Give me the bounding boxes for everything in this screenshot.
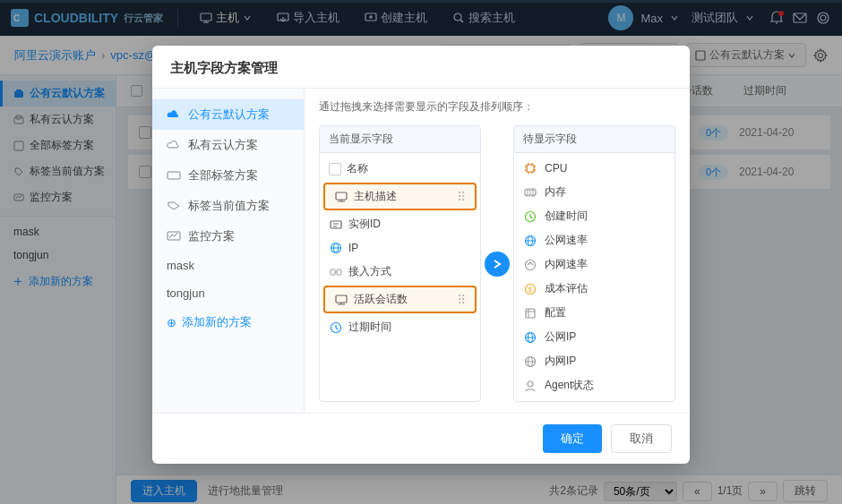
plus-icon: ⊕: [167, 316, 176, 329]
pending-pubspeed[interactable]: 公网速率: [514, 228, 674, 252]
field-item-desc[interactable]: 主机描述 ⠿: [323, 183, 477, 210]
modal-scheme-4[interactable]: 监控方案: [152, 221, 304, 252]
main-layout: 公有云默认方案 私有云认方案 全部标签方案 标签当前值方案 监控方案 mask: [0, 75, 842, 504]
modal-header: 主机字段方案管理: [152, 46, 690, 89]
pending-createtime[interactable]: 创建时间: [514, 204, 674, 228]
field-label-expire: 过期时间: [348, 320, 391, 335]
svg-rect-37: [337, 269, 341, 275]
pending-cpu[interactable]: CPU: [514, 157, 674, 180]
modal-scheme-2[interactable]: 全部标签方案: [152, 160, 304, 191]
field-item-instanceid[interactable]: 实例ID: [320, 212, 480, 236]
modal-scheme-label-4: 监控方案: [188, 228, 235, 244]
svg-rect-71: [526, 309, 535, 318]
pending-fields-panel: 待显示字段 CPU: [513, 125, 675, 402]
modal-body: 公有云默认方案 私有云认方案 全部标签方案 标签当前值方案: [152, 89, 690, 413]
pending-privspeed[interactable]: 内网速率: [514, 252, 674, 277]
confirm-button[interactable]: 确定: [543, 424, 602, 453]
clock-icon-expire: [329, 320, 343, 335]
field-item-expire[interactable]: 过期时间: [320, 315, 480, 339]
field-label-name: 名称: [347, 161, 368, 176]
globe-icon-pubspeed: [523, 234, 537, 248]
modal-scheme-6[interactable]: tongjun: [152, 279, 304, 307]
network-icon-privspeed: [523, 258, 537, 272]
field-item-name[interactable]: 名称: [320, 157, 480, 181]
modal-desc: 通过拖拽来选择需要显示的字段及排列顺序：: [319, 99, 675, 115]
pending-privip[interactable]: 内网IP: [514, 349, 674, 373]
svg-rect-39: [336, 295, 347, 303]
field-item-access[interactable]: 接入方式: [320, 260, 480, 284]
pending-label-cpu: CPU: [545, 162, 567, 175]
cancel-button[interactable]: 取消: [611, 424, 672, 453]
cost-icon: $: [523, 282, 537, 296]
tag-icon-id: [329, 218, 343, 232]
modal-scheme-label-0: 公有云默认方案: [188, 107, 270, 123]
pending-pubip[interactable]: 公网IP: [514, 325, 674, 349]
field-label-ip: IP: [348, 242, 358, 254]
modal-title: 主机字段方案管理: [170, 60, 278, 75]
modal-scheme-label-2: 全部标签方案: [188, 167, 258, 184]
modal-add-scheme-button[interactable]: ⊕ 添加新的方案: [152, 307, 304, 337]
field-label-desc: 主机描述: [354, 189, 397, 204]
pending-label-pubip: 公网IP: [545, 329, 576, 345]
svg-rect-27: [336, 192, 347, 200]
pending-memory[interactable]: 内存: [514, 180, 674, 204]
drag-icon-sessions: ⠿: [457, 293, 466, 307]
modal-scheme-5[interactable]: mask: [152, 252, 304, 279]
pending-agentstatus[interactable]: Agent状态: [514, 373, 674, 397]
arrow-transfer-btn[interactable]: [485, 252, 510, 277]
arrow-right-icon: [492, 259, 503, 269]
current-fields-panel: 当前显示字段 名称: [319, 125, 481, 402]
cpu-icon: [523, 161, 537, 175]
cloud-scheme-icon-0: [167, 109, 181, 120]
field-checkbox: [329, 163, 341, 175]
pending-label-privspeed: 内网速率: [545, 257, 588, 272]
modal-right-panel: 通过拖拽来选择需要显示的字段及排列顺序： 当前显示字段: [305, 89, 690, 413]
globe-icon-pubip: [523, 330, 537, 345]
monitor-scheme-icon-4: [167, 231, 181, 242]
pending-label-memory: 内存: [545, 184, 566, 200]
modal-scheme-label-1: 私有云认方案: [188, 137, 258, 153]
field-label-instanceid: 实例ID: [348, 217, 381, 232]
modal-left-panel: 公有云默认方案 私有云认方案 全部标签方案 标签当前值方案: [152, 89, 305, 413]
pending-label-config: 配置: [545, 305, 566, 320]
svg-point-68: [526, 260, 536, 269]
pending-label-pubspeed: 公网速率: [545, 233, 588, 248]
pending-label-createtime: 创建时间: [545, 209, 588, 224]
field-item-sessions[interactable]: 活跃会话数 ⠿: [323, 286, 477, 313]
pending-label-agentstatus: Agent状态: [545, 378, 594, 393]
memory-icon: [523, 185, 537, 200]
svg-text:$: $: [528, 286, 533, 294]
arrow-circle[interactable]: [485, 252, 510, 277]
svg-rect-30: [331, 221, 341, 228]
pending-fields-header: 待显示字段: [514, 126, 674, 153]
field-label-sessions: 活跃会话数: [354, 292, 408, 307]
svg-rect-43: [527, 165, 534, 172]
monitor-icon-sessions: [334, 293, 348, 307]
modal-scheme-3[interactable]: 标签当前值方案: [152, 191, 304, 221]
modal-scheme-label-6: tongjun: [167, 286, 205, 300]
svg-point-80: [528, 381, 533, 387]
pending-label-privip: 内网IP: [545, 354, 576, 369]
modal-scheme-0[interactable]: 公有云默认方案: [152, 99, 304, 130]
cloud-scheme-icon-1: [167, 140, 181, 150]
pending-config[interactable]: 配置: [514, 301, 674, 325]
pending-fields-list: CPU 内存: [514, 153, 674, 401]
columns-layout: 当前显示字段 名称: [319, 125, 675, 402]
pending-cost[interactable]: $ 成本评估: [514, 277, 674, 301]
clock-icon-create: [523, 209, 537, 224]
field-item-ip[interactable]: IP: [320, 236, 480, 260]
modal-scheme-label-5: mask: [167, 259, 194, 272]
current-fields-list: 名称 主机描述 ⠿: [320, 153, 480, 401]
add-scheme-text: 添加新的方案: [182, 314, 252, 330]
tag-scheme-icon-3: [167, 201, 181, 211]
connect-icon: [329, 265, 343, 279]
network-icon-privip: [523, 355, 537, 369]
config-icon: [523, 306, 537, 320]
current-fields-header: 当前显示字段: [320, 126, 480, 153]
svg-rect-25: [168, 172, 180, 179]
monitor-icon-desc: [334, 190, 348, 204]
modal-scheme-1[interactable]: 私有云认方案: [152, 130, 304, 160]
pending-label-cost: 成本评估: [545, 281, 588, 296]
field-label-access: 接入方式: [348, 264, 391, 279]
svg-rect-36: [331, 269, 335, 275]
